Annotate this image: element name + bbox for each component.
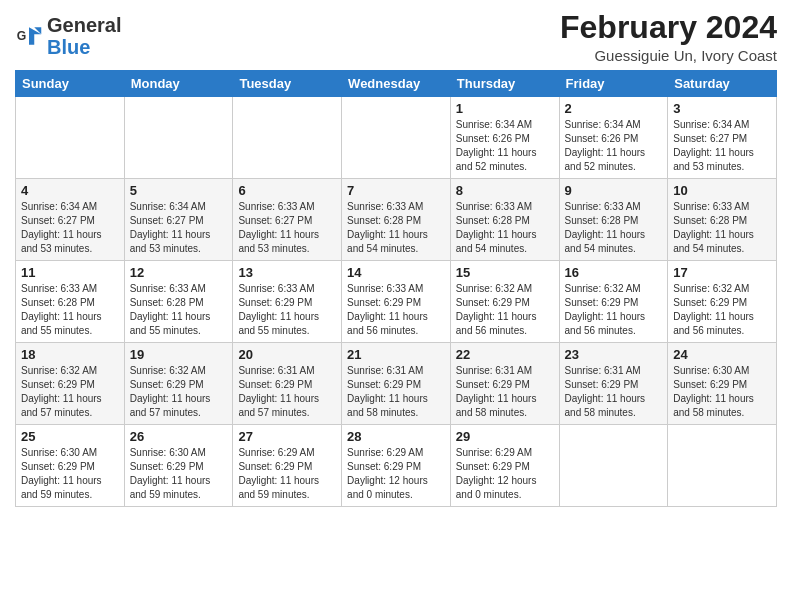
table-cell xyxy=(124,97,233,179)
table-cell: 19Sunrise: 6:32 AM Sunset: 6:29 PM Dayli… xyxy=(124,343,233,425)
col-friday: Friday xyxy=(559,71,668,97)
table-cell: 26Sunrise: 6:30 AM Sunset: 6:29 PM Dayli… xyxy=(124,425,233,507)
cell-info: Sunrise: 6:33 AM Sunset: 6:28 PM Dayligh… xyxy=(456,200,554,256)
cell-info: Sunrise: 6:31 AM Sunset: 6:29 PM Dayligh… xyxy=(456,364,554,420)
table-cell: 17Sunrise: 6:32 AM Sunset: 6:29 PM Dayli… xyxy=(668,261,777,343)
cell-date: 25 xyxy=(21,429,119,444)
col-sunday: Sunday xyxy=(16,71,125,97)
calendar-week-row: 11Sunrise: 6:33 AM Sunset: 6:28 PM Dayli… xyxy=(16,261,777,343)
table-cell: 20Sunrise: 6:31 AM Sunset: 6:29 PM Dayli… xyxy=(233,343,342,425)
col-saturday: Saturday xyxy=(668,71,777,97)
table-cell xyxy=(668,425,777,507)
cell-date: 9 xyxy=(565,183,663,198)
cell-date: 17 xyxy=(673,265,771,280)
cell-date: 7 xyxy=(347,183,445,198)
calendar-week-row: 4Sunrise: 6:34 AM Sunset: 6:27 PM Daylig… xyxy=(16,179,777,261)
cell-date: 8 xyxy=(456,183,554,198)
title-block: February 2024 Guessiguie Un, Ivory Coast xyxy=(560,10,777,64)
cell-info: Sunrise: 6:30 AM Sunset: 6:29 PM Dayligh… xyxy=(673,364,771,420)
cell-info: Sunrise: 6:32 AM Sunset: 6:29 PM Dayligh… xyxy=(565,282,663,338)
table-cell: 13Sunrise: 6:33 AM Sunset: 6:29 PM Dayli… xyxy=(233,261,342,343)
table-cell: 10Sunrise: 6:33 AM Sunset: 6:28 PM Dayli… xyxy=(668,179,777,261)
table-cell: 12Sunrise: 6:33 AM Sunset: 6:28 PM Dayli… xyxy=(124,261,233,343)
cell-date: 20 xyxy=(238,347,336,362)
table-cell: 27Sunrise: 6:29 AM Sunset: 6:29 PM Dayli… xyxy=(233,425,342,507)
cell-info: Sunrise: 6:30 AM Sunset: 6:29 PM Dayligh… xyxy=(130,446,228,502)
svg-text:G: G xyxy=(17,29,27,43)
table-cell: 7Sunrise: 6:33 AM Sunset: 6:28 PM Daylig… xyxy=(342,179,451,261)
cell-info: Sunrise: 6:34 AM Sunset: 6:26 PM Dayligh… xyxy=(565,118,663,174)
table-cell: 29Sunrise: 6:29 AM Sunset: 6:29 PM Dayli… xyxy=(450,425,559,507)
table-cell: 16Sunrise: 6:32 AM Sunset: 6:29 PM Dayli… xyxy=(559,261,668,343)
table-cell xyxy=(559,425,668,507)
cell-info: Sunrise: 6:34 AM Sunset: 6:27 PM Dayligh… xyxy=(130,200,228,256)
cell-date: 3 xyxy=(673,101,771,116)
cell-info: Sunrise: 6:32 AM Sunset: 6:29 PM Dayligh… xyxy=(673,282,771,338)
cell-info: Sunrise: 6:33 AM Sunset: 6:28 PM Dayligh… xyxy=(130,282,228,338)
location: Guessiguie Un, Ivory Coast xyxy=(560,47,777,64)
cell-info: Sunrise: 6:31 AM Sunset: 6:29 PM Dayligh… xyxy=(238,364,336,420)
table-cell: 11Sunrise: 6:33 AM Sunset: 6:28 PM Dayli… xyxy=(16,261,125,343)
cell-date: 23 xyxy=(565,347,663,362)
cell-info: Sunrise: 6:33 AM Sunset: 6:29 PM Dayligh… xyxy=(238,282,336,338)
table-cell xyxy=(16,97,125,179)
table-cell xyxy=(342,97,451,179)
cell-date: 22 xyxy=(456,347,554,362)
cell-date: 16 xyxy=(565,265,663,280)
table-cell: 28Sunrise: 6:29 AM Sunset: 6:29 PM Dayli… xyxy=(342,425,451,507)
table-cell: 2Sunrise: 6:34 AM Sunset: 6:26 PM Daylig… xyxy=(559,97,668,179)
cell-info: Sunrise: 6:33 AM Sunset: 6:28 PM Dayligh… xyxy=(347,200,445,256)
table-cell xyxy=(233,97,342,179)
cell-date: 2 xyxy=(565,101,663,116)
logo-blue-text: Blue xyxy=(47,36,90,58)
calendar-week-row: 18Sunrise: 6:32 AM Sunset: 6:29 PM Dayli… xyxy=(16,343,777,425)
table-cell: 9Sunrise: 6:33 AM Sunset: 6:28 PM Daylig… xyxy=(559,179,668,261)
logo: G General Blue xyxy=(15,10,121,58)
logo-icon: G xyxy=(15,22,43,50)
cell-date: 28 xyxy=(347,429,445,444)
cell-info: Sunrise: 6:33 AM Sunset: 6:27 PM Dayligh… xyxy=(238,200,336,256)
cell-info: Sunrise: 6:30 AM Sunset: 6:29 PM Dayligh… xyxy=(21,446,119,502)
cell-info: Sunrise: 6:29 AM Sunset: 6:29 PM Dayligh… xyxy=(347,446,445,502)
col-tuesday: Tuesday xyxy=(233,71,342,97)
col-wednesday: Wednesday xyxy=(342,71,451,97)
cell-info: Sunrise: 6:34 AM Sunset: 6:27 PM Dayligh… xyxy=(21,200,119,256)
cell-date: 12 xyxy=(130,265,228,280)
table-cell: 6Sunrise: 6:33 AM Sunset: 6:27 PM Daylig… xyxy=(233,179,342,261)
cell-info: Sunrise: 6:33 AM Sunset: 6:28 PM Dayligh… xyxy=(673,200,771,256)
cell-info: Sunrise: 6:31 AM Sunset: 6:29 PM Dayligh… xyxy=(565,364,663,420)
cell-date: 4 xyxy=(21,183,119,198)
cell-date: 27 xyxy=(238,429,336,444)
calendar-table: Sunday Monday Tuesday Wednesday Thursday… xyxy=(15,70,777,507)
cell-date: 1 xyxy=(456,101,554,116)
cell-date: 18 xyxy=(21,347,119,362)
cell-info: Sunrise: 6:33 AM Sunset: 6:28 PM Dayligh… xyxy=(565,200,663,256)
cell-info: Sunrise: 6:34 AM Sunset: 6:26 PM Dayligh… xyxy=(456,118,554,174)
table-cell: 4Sunrise: 6:34 AM Sunset: 6:27 PM Daylig… xyxy=(16,179,125,261)
calendar-header-row: Sunday Monday Tuesday Wednesday Thursday… xyxy=(16,71,777,97)
cell-date: 21 xyxy=(347,347,445,362)
table-cell: 15Sunrise: 6:32 AM Sunset: 6:29 PM Dayli… xyxy=(450,261,559,343)
calendar-week-row: 25Sunrise: 6:30 AM Sunset: 6:29 PM Dayli… xyxy=(16,425,777,507)
table-cell: 14Sunrise: 6:33 AM Sunset: 6:29 PM Dayli… xyxy=(342,261,451,343)
col-thursday: Thursday xyxy=(450,71,559,97)
header: G General Blue February 2024 Guessiguie … xyxy=(15,10,777,64)
cell-info: Sunrise: 6:33 AM Sunset: 6:28 PM Dayligh… xyxy=(21,282,119,338)
table-cell: 22Sunrise: 6:31 AM Sunset: 6:29 PM Dayli… xyxy=(450,343,559,425)
cell-info: Sunrise: 6:32 AM Sunset: 6:29 PM Dayligh… xyxy=(456,282,554,338)
table-cell: 3Sunrise: 6:34 AM Sunset: 6:27 PM Daylig… xyxy=(668,97,777,179)
cell-date: 5 xyxy=(130,183,228,198)
cell-info: Sunrise: 6:31 AM Sunset: 6:29 PM Dayligh… xyxy=(347,364,445,420)
table-cell: 21Sunrise: 6:31 AM Sunset: 6:29 PM Dayli… xyxy=(342,343,451,425)
calendar-week-row: 1Sunrise: 6:34 AM Sunset: 6:26 PM Daylig… xyxy=(16,97,777,179)
cell-info: Sunrise: 6:32 AM Sunset: 6:29 PM Dayligh… xyxy=(21,364,119,420)
cell-info: Sunrise: 6:34 AM Sunset: 6:27 PM Dayligh… xyxy=(673,118,771,174)
cell-date: 24 xyxy=(673,347,771,362)
table-cell: 24Sunrise: 6:30 AM Sunset: 6:29 PM Dayli… xyxy=(668,343,777,425)
cell-date: 13 xyxy=(238,265,336,280)
month-year: February 2024 xyxy=(560,10,777,45)
cell-info: Sunrise: 6:29 AM Sunset: 6:29 PM Dayligh… xyxy=(456,446,554,502)
table-cell: 5Sunrise: 6:34 AM Sunset: 6:27 PM Daylig… xyxy=(124,179,233,261)
cell-date: 14 xyxy=(347,265,445,280)
cell-info: Sunrise: 6:32 AM Sunset: 6:29 PM Dayligh… xyxy=(130,364,228,420)
